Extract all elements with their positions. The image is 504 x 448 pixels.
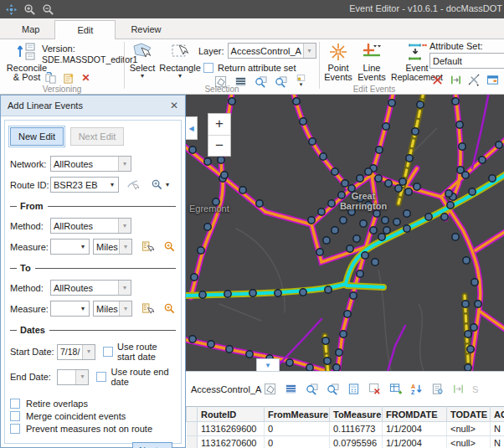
from-method-label: Method: (10, 221, 50, 231)
event-attributes-window-icon[interactable] (486, 73, 500, 86)
version-changes-icon[interactable] (44, 71, 58, 85)
tab-review[interactable]: Review (116, 20, 176, 39)
prevent-measures-checkbox[interactable] (10, 424, 20, 434)
to-zoom-icon[interactable] (162, 302, 176, 316)
event-table-panel: AccessControl_A AZ S (186, 371, 504, 448)
column-header[interactable]: TODATE (447, 407, 491, 422)
attribute-set-combobox[interactable]: Default (429, 53, 504, 69)
layer-caret-icon[interactable]: ▾ (303, 44, 316, 58)
select-caret-icon[interactable]: ▾ (141, 73, 144, 80)
from-measure-caret-icon[interactable]: ▾ (77, 244, 89, 250)
rectangle-caret-icon[interactable]: ▾ (178, 73, 182, 80)
route-id-value: BSR23 EB (51, 180, 106, 190)
map-zoom-out-button[interactable]: − (208, 136, 230, 157)
group-versioning: Reconcile & Post Version: SDE.MASSDOT_ed… (0, 39, 124, 95)
end-date-caret-icon[interactable]: ▾ (75, 370, 88, 384)
to-measure-on-map-icon[interactable] (141, 302, 154, 316)
line-events-button[interactable]: Line Events (355, 42, 388, 82)
row-selector[interactable] (187, 436, 198, 448)
tab-edit[interactable]: Edit (54, 20, 116, 39)
from-measure-label: Measure: (10, 242, 50, 252)
to-measure-combobox[interactable]: ▾ (50, 301, 90, 317)
table-pan-to-selection-icon[interactable] (326, 383, 340, 396)
column-header[interactable]: AC (491, 407, 504, 422)
table-add-record-icon[interactable] (388, 383, 403, 396)
from-section-divider: From (10, 201, 176, 211)
rectangle-select-button[interactable]: Rectangle ▾ (160, 42, 200, 80)
column-header[interactable]: RouteID (198, 407, 265, 422)
network-value: AllRoutes (51, 159, 118, 169)
to-measure-caret-icon[interactable]: ▾ (77, 306, 89, 312)
return-attribute-set-checkbox[interactable] (203, 63, 213, 73)
add-linear-events-panel: Add Linear Events ✕ New Edit Next Edit N… (0, 95, 186, 448)
route-zoom-caret-icon[interactable]: ▾ (166, 182, 169, 188)
select-route-on-map-icon[interactable] (126, 178, 140, 192)
use-route-end-date-checkbox[interactable] (96, 372, 106, 382)
merge-coincident-checkbox[interactable] (10, 411, 20, 421)
delete-version-icon[interactable]: ✕ (79, 71, 93, 85)
table-record-details-icon[interactable] (430, 383, 445, 396)
to-unit-combobox[interactable]: Miles ▾ (93, 301, 132, 317)
from-method-combobox[interactable]: AllRoutes ▾ (50, 218, 131, 234)
from-method-caret-icon[interactable]: ▾ (118, 219, 131, 233)
table-layer-name: AccessControl_A (191, 384, 263, 394)
use-route-start-date-checkbox[interactable] (103, 347, 113, 357)
point-events-button[interactable]: Point Events (321, 42, 355, 82)
zoom-out-tool-icon[interactable] (40, 2, 55, 17)
table-offset-icon[interactable] (451, 383, 465, 396)
from-measure-combobox[interactable]: ▾ (50, 239, 90, 255)
new-edit-button[interactable]: New Edit (10, 127, 64, 146)
table-field-calculator-icon[interactable] (347, 383, 361, 396)
ribbon: Reconcile & Post Version: SDE.MASSDOT_ed… (0, 39, 504, 95)
route-id-caret-icon[interactable]: ▾ (106, 182, 118, 188)
next-edit-button[interactable]: Next Edit (70, 127, 124, 146)
table-toolbar-partial-control[interactable]: S (472, 384, 478, 394)
layer-combobox[interactable]: AccessControl_A ▾ (228, 43, 316, 59)
new-version-icon[interactable] (61, 71, 75, 85)
map-zoom-in-button[interactable]: + (208, 114, 230, 136)
network-combobox[interactable]: AllRoutes ▾ (50, 156, 131, 172)
cell: 0 (265, 436, 330, 448)
select-button[interactable]: Select ▾ (126, 42, 158, 80)
table-zoom-to-selection-icon[interactable] (305, 383, 319, 396)
collapse-panel-icon[interactable]: ◀ (186, 116, 198, 140)
table-row[interactable]: 11316270600 0 0.0795596 1/1/2004 <null> … (187, 436, 504, 448)
table-show-records-icon[interactable] (284, 383, 298, 396)
retire-overlaps-checkbox[interactable] (10, 399, 20, 409)
to-method-caret-icon[interactable]: ▾ (118, 281, 131, 295)
next-button[interactable]: Next > (132, 442, 172, 448)
route-id-combobox[interactable]: BSR23 EB ▾ (50, 177, 119, 193)
offset-event-icon[interactable] (449, 73, 463, 86)
table-sort-icon[interactable]: AZ (409, 383, 424, 396)
to-unit-caret-icon[interactable]: ▾ (119, 301, 131, 316)
ribbon-tabs: Map Edit Review (0, 18, 504, 39)
pan-tool-icon[interactable] (3, 2, 18, 17)
column-header[interactable]: FROMDATE (383, 407, 447, 422)
to-method-combobox[interactable]: AllRoutes ▾ (50, 280, 131, 296)
split-event-icon[interactable] (430, 73, 445, 86)
table-clear-selection-icon[interactable] (368, 383, 382, 396)
start-date-caret-icon[interactable]: ▾ (82, 345, 95, 359)
close-icon[interactable]: ✕ (170, 100, 178, 111)
cell: 11316270600 (198, 436, 265, 448)
from-zoom-icon[interactable] (162, 240, 176, 254)
map-canvas[interactable]: Egremont Great Barrington ◀ + − ▼ (186, 95, 504, 371)
start-date-input[interactable]: 7/18/ ▾ (57, 344, 95, 360)
tab-map[interactable]: Map (7, 20, 54, 39)
attribute-set-value: Default (430, 56, 504, 66)
zoom-in-tool-icon[interactable] (22, 2, 37, 17)
table-select-features-icon[interactable] (263, 383, 277, 396)
network-caret-icon[interactable]: ▾ (118, 157, 131, 171)
column-header[interactable]: ToMeasure (330, 407, 383, 422)
route-zoom-icon[interactable] (150, 178, 164, 192)
row-selector[interactable] (187, 422, 198, 436)
from-measure-on-map-icon[interactable] (141, 240, 154, 254)
table-row[interactable]: 11316269600 0 0.1116773 1/1/2004 <null> … (187, 422, 504, 436)
end-date-input[interactable]: ▾ (57, 369, 89, 385)
expand-table-icon[interactable]: ▼ (256, 358, 280, 371)
from-unit-combobox[interactable]: Miles ▾ (93, 239, 132, 255)
column-header[interactable]: FromMeasure (265, 407, 330, 422)
app-title: Event Editor - v10.6.1 - docMassDOT (349, 3, 502, 13)
merge-event-icon[interactable] (467, 73, 481, 86)
from-unit-caret-icon[interactable]: ▾ (119, 239, 131, 254)
